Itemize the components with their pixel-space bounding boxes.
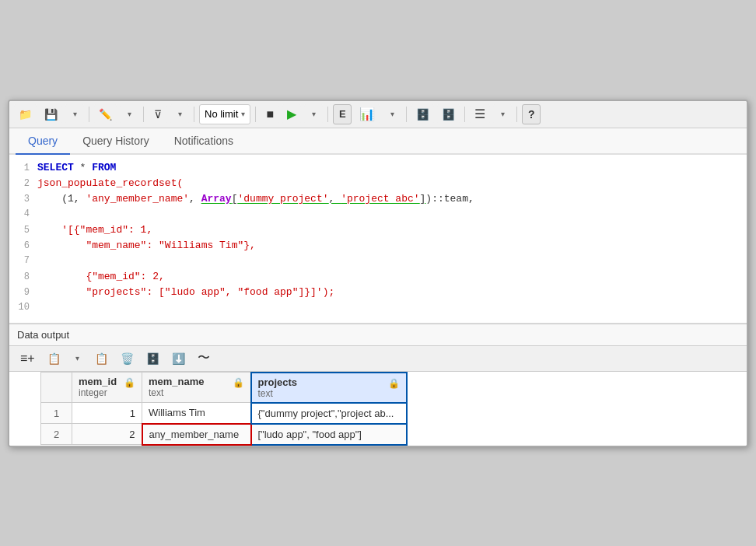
- cell-mem-id-1: 1: [72, 403, 142, 424]
- separator-4: [255, 107, 256, 122]
- row-num-header: [41, 373, 72, 403]
- chart-dropdown-button[interactable]: ▾: [383, 104, 401, 124]
- help-button[interactable]: ?: [522, 104, 541, 124]
- separator-5: [327, 107, 328, 122]
- edit-dropdown-button[interactable]: ▾: [120, 104, 138, 124]
- list-button[interactable]: ☰: [470, 104, 490, 124]
- separator-1: [89, 107, 89, 122]
- tab-notifications[interactable]: Notifications: [162, 128, 246, 155]
- table-row: 2 2 any_member_name ["ludo app", "food a…: [41, 424, 407, 445]
- code-line-8: 8 {"mem_id": 2,: [9, 270, 747, 285]
- line-num-8: 8: [9, 271, 37, 282]
- data-output-label: Data output: [17, 329, 69, 341]
- cell-mem-name-2: any_member_name: [142, 424, 251, 445]
- limit-label: No limit: [205, 108, 238, 120]
- code-content-5: '[{"mem_id": 1,: [37, 224, 747, 236]
- save-button[interactable]: 💾: [40, 104, 62, 124]
- col-header-projects: projects text 🔒: [251, 373, 407, 403]
- graph-button[interactable]: 〜: [193, 349, 215, 368]
- projects-lock-icon: 🔒: [388, 378, 400, 389]
- mem-name-lock-icon: 🔒: [233, 377, 244, 388]
- code-line-1: 1 SELECT * FROM: [9, 161, 747, 177]
- filter-dropdown-button[interactable]: ▾: [170, 104, 189, 124]
- line-num-10: 10: [9, 302, 37, 313]
- db2-icon-button[interactable]: 🗄️: [437, 104, 460, 124]
- line-num-4: 4: [9, 208, 37, 219]
- tabs-bar: Query Query History Notifications: [9, 128, 747, 155]
- code-line-7: 7: [9, 254, 747, 270]
- explain-button[interactable]: E: [333, 104, 352, 124]
- add-row-button[interactable]: ≡+: [16, 349, 40, 368]
- separator-6: [406, 107, 407, 122]
- copy-button[interactable]: 📋: [43, 349, 65, 368]
- results-table: mem_id integer 🔒 mem_name text: [40, 372, 408, 446]
- cell-projects-2: ["ludo app", "food app"]: [251, 424, 407, 445]
- data-toolbar: ≡+ 📋 ▾ 📋 🗑️ 🗄️ ⬇️ 〜: [9, 346, 747, 372]
- chart-button[interactable]: 📊: [355, 104, 380, 124]
- line-num-6: 6: [9, 240, 37, 251]
- data-table-container: mem_id integer 🔒 mem_name text: [9, 372, 747, 446]
- line-num-7: 7: [9, 255, 37, 266]
- tab-query-history[interactable]: Query History: [70, 128, 162, 155]
- copy-dropdown-button[interactable]: ▾: [68, 349, 87, 368]
- list-dropdown-button[interactable]: ▾: [493, 104, 512, 124]
- code-content-8: {"mem_id": 2,: [37, 271, 747, 282]
- code-content-2: json_populate_recordset(: [37, 177, 747, 189]
- download-button[interactable]: ⬇️: [167, 349, 190, 368]
- separator-3: [194, 107, 194, 122]
- code-line-6: 6 "mem_name": "Williams Tim"},: [9, 239, 747, 254]
- db-icon-button[interactable]: 🗄️: [411, 104, 434, 124]
- code-content-6: "mem_name": "Williams Tim"},: [37, 240, 747, 251]
- db-save-button[interactable]: 🗄️: [142, 349, 164, 368]
- code-line-10: 10: [9, 301, 747, 317]
- limit-chevron: ▾: [241, 110, 245, 118]
- code-content-9: "projects": ["ludo app", "food app"]}]')…: [37, 286, 747, 298]
- code-line-3: 3 (1, 'any_member_name', Array['dummy pr…: [9, 192, 747, 208]
- run-dropdown-button[interactable]: ▾: [304, 104, 323, 124]
- line-num-1: 1: [9, 163, 37, 173]
- code-line-5: 5 '[{"mem_id": 1,: [9, 223, 747, 239]
- separator-2: [143, 107, 144, 122]
- save-dropdown-button[interactable]: ▾: [65, 104, 84, 124]
- code-content-3: (1, 'any_member_name', Array['dummy proj…: [37, 193, 747, 205]
- cell-mem-id-2: 2: [72, 424, 142, 445]
- line-num-3: 3: [9, 194, 37, 205]
- code-line-4: 4: [9, 208, 747, 223]
- open-file-button[interactable]: 📁: [14, 104, 37, 124]
- mem-id-lock-icon: 🔒: [124, 377, 135, 388]
- col-header-mem-id: mem_id integer 🔒: [72, 373, 142, 403]
- cell-projects-1: {"dummy project","project ab...: [251, 403, 407, 424]
- code-content-1: SELECT * FROM: [37, 162, 747, 173]
- limit-dropdown[interactable]: No limit ▾: [199, 104, 250, 124]
- toolbar: 📁 💾 ▾ ✏️ ▾ ⊽ ▾ No limit ▾ ■ ▶ ▾ E 📊 ▾ 🗄️…: [9, 101, 747, 128]
- code-line-2: 2 json_populate_recordset(: [9, 177, 747, 192]
- row-num-2: 2: [41, 424, 72, 445]
- table-row: 1 1 Williams Tim {"dummy project","proje…: [41, 403, 407, 424]
- data-output-header: Data output: [9, 324, 747, 346]
- separator-7: [464, 107, 465, 122]
- code-editor[interactable]: 1 SELECT * FROM 2 json_populate_recordse…: [9, 155, 747, 324]
- stop-button[interactable]: ■: [261, 104, 279, 124]
- edit-button[interactable]: ✏️: [94, 104, 117, 124]
- tab-query[interactable]: Query: [16, 128, 70, 155]
- col-header-mem-name: mem_name text 🔒: [142, 373, 251, 403]
- row-num-1: 1: [41, 403, 72, 424]
- cell-mem-name-1: Williams Tim: [142, 403, 251, 424]
- line-num-9: 9: [9, 287, 37, 298]
- run-button[interactable]: ▶: [282, 104, 301, 124]
- line-num-2: 2: [9, 178, 37, 189]
- line-num-5: 5: [9, 225, 37, 236]
- paste-button[interactable]: 📋: [90, 349, 113, 368]
- code-line-9: 9 "projects": ["ludo app", "food app"]}]…: [9, 285, 747, 301]
- filter-button[interactable]: ⊽: [149, 104, 167, 124]
- main-window: 📁 💾 ▾ ✏️ ▾ ⊽ ▾ No limit ▾ ■ ▶ ▾ E 📊 ▾ 🗄️…: [8, 100, 748, 447]
- delete-button[interactable]: 🗑️: [116, 349, 138, 368]
- separator-8: [516, 107, 517, 122]
